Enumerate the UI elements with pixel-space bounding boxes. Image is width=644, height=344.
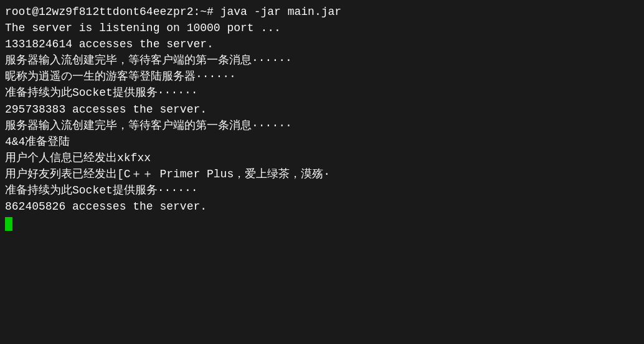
terminal-line: 服务器输入流创建完毕，等待客户端的第一条消息······: [5, 118, 639, 134]
terminal-line: 准备持续为此Socket提供服务······: [5, 85, 639, 101]
terminal-line: 用户个人信息已经发出xkfxx: [5, 150, 639, 166]
terminal-cursor: [5, 217, 12, 231]
terminal-line: 295738383 accesses the server.: [5, 101, 639, 118]
terminal-line: 862405826 accesses the server.: [5, 198, 639, 215]
terminal-line: 服务器输入流创建完毕，等待客户端的第一条消息······: [5, 52, 639, 68]
terminal-line: root@12wz9f812ttdont64eezpr2:~# java -ja…: [5, 4, 639, 20]
terminal-line: 准备持续为此Socket提供服务······: [5, 182, 639, 198]
terminal-line: 1331824614 accesses the server.: [5, 36, 639, 52]
terminal-container: root@12wz9f812ttdont64eezpr2:~# java -ja…: [5, 4, 639, 231]
terminal-line: 4&4准备登陆: [5, 134, 639, 150]
terminal-cursor-line: [5, 215, 639, 231]
terminal-line: 昵称为逍遥の一生的游客等登陆服务器······: [5, 68, 639, 85]
terminal-line: The server is listening on 10000 port ..…: [5, 20, 639, 36]
terminal-line: 用户好友列表已经发出[C＋＋ Primer Plus，爱上绿茶，漠殇·: [5, 166, 639, 182]
